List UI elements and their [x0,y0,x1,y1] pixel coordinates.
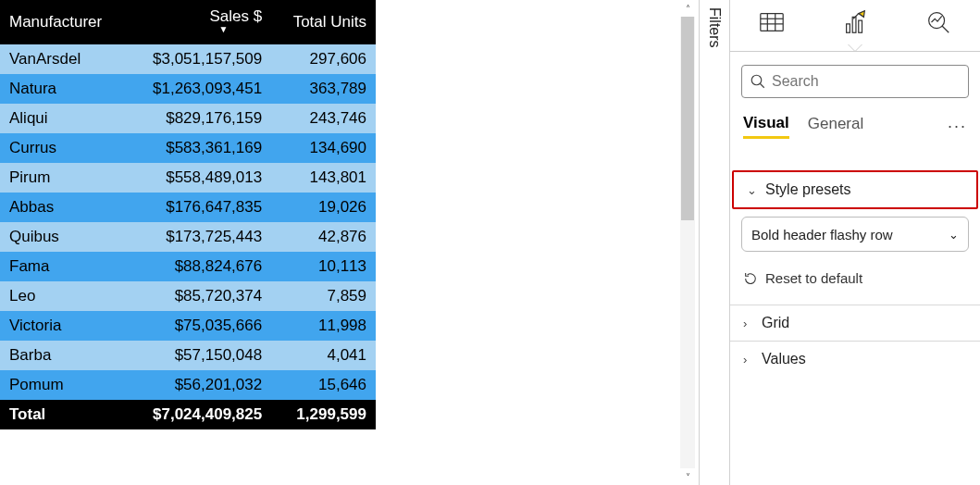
table-row[interactable]: Natura$1,263,093,451363,789 [0,74,376,104]
format-subtabs: Visual General ··· [730,107,980,144]
subtab-visual[interactable]: Visual [743,114,789,139]
chevron-down-icon: ⌄ [747,183,760,197]
cell-units: 4,041 [271,341,376,370]
cell-units: 134,690 [271,133,376,163]
cell-manufacturer: Aliqui [0,104,126,133]
table-total-row: Total $7,024,409,825 1,299,599 [0,400,376,429]
cell-units: 143,801 [271,163,376,193]
cell-units: 243,746 [271,104,376,133]
cell-manufacturer: Barba [0,341,126,370]
style-preset-dropdown[interactable]: Bold header flashy row ⌄ [741,217,969,252]
cell-units: 19,026 [271,193,376,222]
section-style-presets[interactable]: ⌄ Style presets [732,170,978,209]
data-table: Manufacturer Sales $▼ Total Units VanArs… [0,0,376,485]
svg-rect-5 [847,24,850,32]
scroll-down-icon[interactable]: ˅ [680,468,695,485]
cell-manufacturer: Leo [0,281,126,311]
canvas-gap: ˄ ˅ [376,0,699,485]
subtab-general[interactable]: General [808,115,863,137]
cell-manufacturer: Fama [0,252,126,281]
table-row[interactable]: Fama$88,824,67610,113 [0,252,376,281]
cell-manufacturer: VanArsdel [0,44,126,74]
cell-sales: $829,176,159 [126,104,271,133]
reset-label: Reset to default [765,270,862,286]
svg-line-10 [942,26,949,33]
vertical-scrollbar[interactable]: ˄ ˅ [680,0,695,485]
cell-sales: $176,647,835 [126,193,271,222]
cell-sales: $88,824,676 [126,252,271,281]
cell-manufacturer: Natura [0,74,126,104]
svg-line-12 [760,83,764,88]
scroll-up-icon[interactable]: ˄ [680,0,695,17]
cell-sales: $173,725,443 [126,222,271,252]
section-label: Grid [762,315,789,331]
filters-pane-collapsed[interactable]: Filters [699,0,730,485]
cell-sales: $85,720,374 [126,281,271,311]
section-grid[interactable]: › Grid [730,305,980,341]
scroll-thumb[interactable] [681,17,694,220]
chevron-right-icon: › [743,353,756,367]
more-options-icon[interactable]: ··· [948,117,967,136]
cell-sales: $3,051,157,509 [126,44,271,74]
cell-sales: $558,489,013 [126,163,271,193]
col-header-sales[interactable]: Sales $▼ [126,0,271,44]
total-sales: $7,024,409,825 [126,400,271,429]
preset-value: Bold header flashy row [751,227,893,242]
table-row[interactable]: Aliqui$829,176,159243,746 [0,104,376,133]
pane-tabstrip [730,0,980,52]
active-tab-indicator-icon [848,44,862,52]
table-row[interactable]: Leo$85,720,3747,859 [0,281,376,311]
search-input[interactable] [772,73,961,90]
search-box[interactable] [741,65,969,98]
tab-build-visual[interactable] [730,0,813,44]
svg-rect-6 [852,17,856,32]
table-row[interactable]: Pomum$56,201,03215,646 [0,370,376,400]
cell-units: 10,113 [271,252,376,281]
section-label: Values [762,351,806,367]
cell-units: 7,859 [271,281,376,311]
format-pane: Visual General ··· ⌄ Style presets Bold … [730,0,980,485]
tab-format-visual[interactable] [813,0,897,44]
reset-to-default-button[interactable]: Reset to default [730,261,980,305]
filters-label: Filters [706,7,723,485]
section-values[interactable]: › Values [730,341,980,377]
cell-manufacturer: Currus [0,133,126,163]
svg-rect-0 [761,14,783,31]
total-units: 1,299,599 [271,400,376,429]
cell-units: 297,606 [271,44,376,74]
cell-units: 42,876 [271,222,376,252]
table-row[interactable]: Abbas$176,647,83519,026 [0,193,376,222]
scroll-track[interactable] [680,17,695,468]
table-header-row: Manufacturer Sales $▼ Total Units [0,0,376,44]
cell-manufacturer: Abbas [0,193,126,222]
search-icon [750,73,766,90]
col-header-manufacturer[interactable]: Manufacturer [0,0,126,44]
col-header-units[interactable]: Total Units [271,0,376,44]
chevron-down-icon: ⌄ [949,228,959,242]
cell-sales: $583,361,169 [126,133,271,163]
svg-rect-7 [859,20,862,32]
chevron-right-icon: › [743,317,756,330]
cell-manufacturer: Pirum [0,163,126,193]
svg-point-11 [751,75,762,85]
sort-desc-icon: ▼ [217,24,230,34]
cell-manufacturer: Victoria [0,311,126,341]
cell-units: 15,646 [271,370,376,400]
cell-manufacturer: Pomum [0,370,126,400]
table-row[interactable]: VanArsdel$3,051,157,509297,606 [0,44,376,74]
cell-sales: $57,150,048 [126,341,271,370]
cell-units: 11,998 [271,311,376,341]
tab-analytics[interactable] [897,0,980,44]
cell-sales: $56,201,032 [126,370,271,400]
section-label: Style presets [765,181,850,198]
table-row[interactable]: Currus$583,361,169134,690 [0,133,376,163]
cell-sales: $1,263,093,451 [126,74,271,104]
table-row[interactable]: Pirum$558,489,013143,801 [0,163,376,193]
table-row[interactable]: Barba$57,150,0484,041 [0,341,376,370]
table-row[interactable]: Quibus$173,725,44342,876 [0,222,376,252]
table-row[interactable]: Victoria$75,035,66611,998 [0,311,376,341]
reset-icon [743,271,758,286]
total-label: Total [0,400,126,429]
cell-units: 363,789 [271,74,376,104]
cell-manufacturer: Quibus [0,222,126,252]
